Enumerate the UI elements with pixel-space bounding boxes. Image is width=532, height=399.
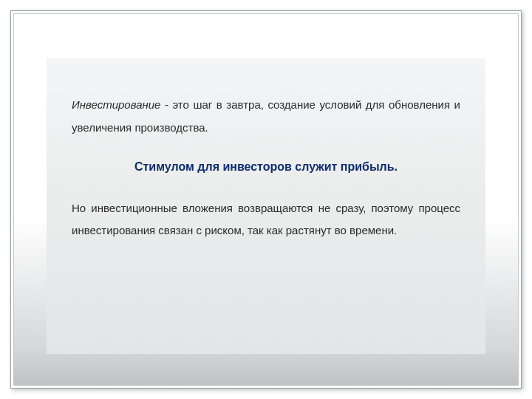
inner-frame: Инвестирование - это шаг в завтра, созда…	[13, 13, 519, 386]
paragraph-2: Но инвестиционные вложения возвращаются …	[72, 197, 460, 243]
paragraph-1: Инвестирование - это шаг в завтра, созда…	[72, 94, 460, 140]
paragraph-1-lead: Инвестирование	[72, 98, 160, 111]
content-card: Инвестирование - это шаг в завтра, созда…	[47, 58, 485, 354]
outer-frame: Инвестирование - это шаг в завтра, созда…	[10, 10, 522, 389]
slide-stage: Инвестирование - это шаг в завтра, созда…	[0, 0, 532, 399]
headline: Стимулом для инвесторов служит прибыль.	[72, 160, 460, 174]
